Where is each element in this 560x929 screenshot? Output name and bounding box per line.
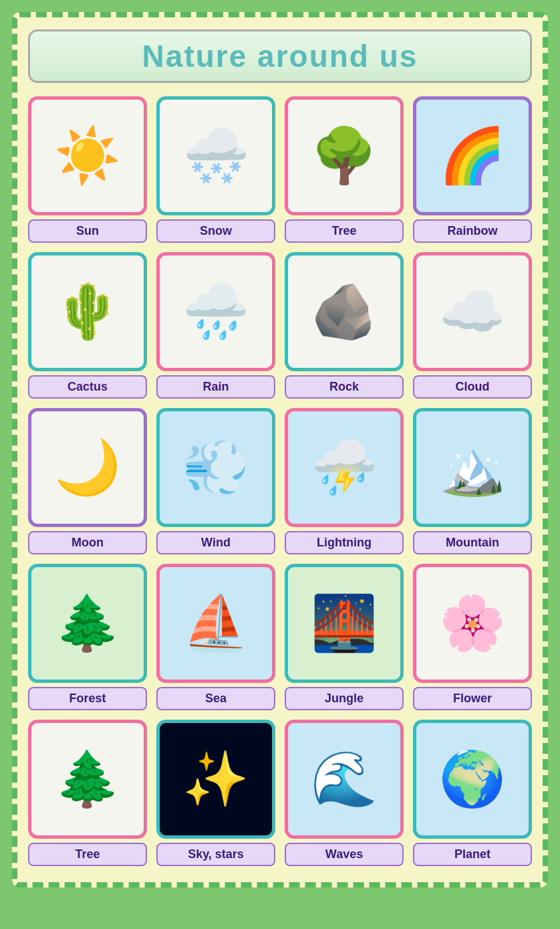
card-label-rock: Rock [285, 375, 404, 399]
card-image-jungle: 🌉 [285, 564, 404, 683]
card-label-cactus: Cactus [28, 375, 147, 399]
card-wind: 💨Wind [156, 408, 275, 554]
card-label-waves: Waves [285, 843, 404, 866]
page-title: Nature around us [43, 38, 517, 74]
card-tree1: 🌳Tree [285, 96, 404, 243]
card-image-lightning: ⛈️ [285, 408, 404, 527]
card-image-sun: ☀️ [28, 96, 147, 215]
card-jungle: 🌉Jungle [285, 564, 404, 710]
card-waves: 🌊Waves [285, 720, 404, 866]
card-label-snow: Snow [156, 219, 275, 243]
card-image-wind: 💨 [156, 408, 275, 527]
card-label-sky: Sky, stars [156, 843, 275, 866]
card-image-rock: 🪨 [285, 252, 404, 371]
card-forest: 🌲Forest [28, 564, 147, 710]
card-image-sky: ✨ [156, 720, 275, 839]
card-label-planet: Planet [413, 843, 532, 866]
card-label-cloud: Cloud [413, 375, 532, 399]
card-rainbow: 🌈Rainbow [413, 96, 532, 243]
card-label-sea: Sea [156, 687, 275, 710]
card-label-rainbow: Rainbow [413, 219, 532, 243]
card-label-sun: Sun [28, 219, 147, 243]
card-image-forest: 🌲 [28, 564, 147, 683]
card-flower: 🌸Flower [413, 564, 532, 710]
card-label-wind: Wind [156, 531, 275, 554]
outer-border: Nature around us ☀️Sun🌨️Snow🌳Tree🌈Rainbo… [12, 12, 548, 888]
card-moon: 🌙Moon [28, 408, 147, 554]
card-image-tree1: 🌳 [285, 96, 404, 215]
card-image-rain: 🌧️ [156, 252, 275, 371]
card-label-flower: Flower [413, 687, 532, 710]
card-image-waves: 🌊 [285, 720, 404, 839]
card-label-tree1: Tree [285, 219, 404, 243]
card-rock: 🪨Rock [285, 252, 404, 399]
card-cloud: ☁️Cloud [413, 252, 532, 399]
card-sea: ⛵Sea [156, 564, 275, 710]
card-image-planet: 🌍 [413, 720, 532, 839]
card-label-forest: Forest [28, 687, 147, 710]
card-label-lightning: Lightning [285, 531, 404, 554]
cards-grid: ☀️Sun🌨️Snow🌳Tree🌈Rainbow🌵Cactus🌧️Rain🪨Ro… [28, 96, 532, 866]
card-sky: ✨Sky, stars [156, 720, 275, 866]
card-label-tree2: Tree [28, 843, 147, 866]
title-banner: Nature around us [28, 29, 532, 83]
card-tree2: 🌲Tree [28, 720, 147, 866]
card-label-rain: Rain [156, 375, 275, 399]
card-image-moon: 🌙 [28, 408, 147, 527]
card-snow: 🌨️Snow [156, 96, 275, 243]
card-image-sea: ⛵ [156, 564, 275, 683]
card-image-flower: 🌸 [413, 564, 532, 683]
card-image-tree2: 🌲 [28, 720, 147, 839]
card-planet: 🌍Planet [413, 720, 532, 866]
card-lightning: ⛈️Lightning [285, 408, 404, 554]
card-image-cactus: 🌵 [28, 252, 147, 371]
card-label-mountain: Mountain [413, 531, 532, 554]
card-image-snow: 🌨️ [156, 96, 275, 215]
card-label-moon: Moon [28, 531, 147, 554]
card-mountain: 🏔️Mountain [413, 408, 532, 554]
card-image-mountain: 🏔️ [413, 408, 532, 527]
card-rain: 🌧️Rain [156, 252, 275, 399]
card-sun: ☀️Sun [28, 96, 147, 243]
card-cactus: 🌵Cactus [28, 252, 147, 399]
card-image-rainbow: 🌈 [413, 96, 532, 215]
card-image-cloud: ☁️ [413, 252, 532, 371]
card-label-jungle: Jungle [285, 687, 404, 710]
